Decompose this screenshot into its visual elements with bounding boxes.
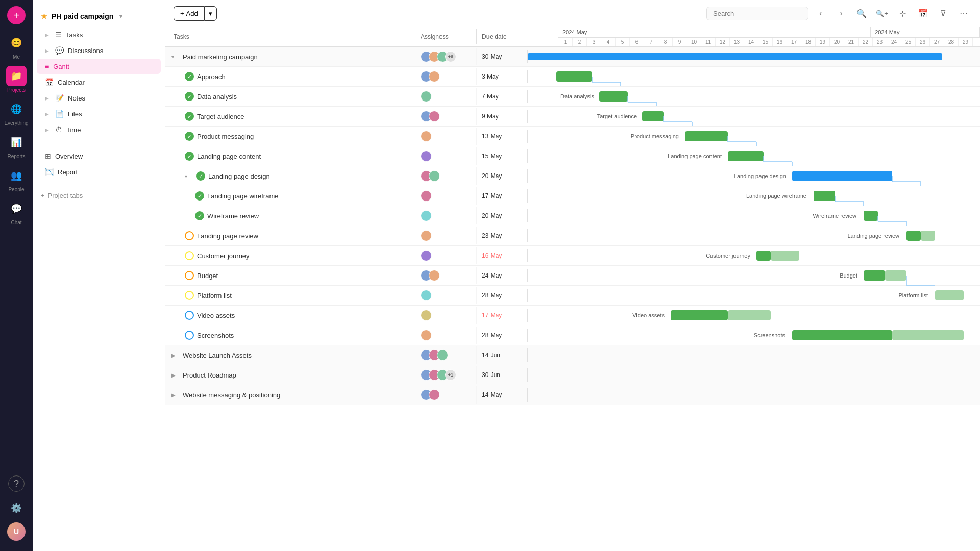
day-17: 17: [787, 38, 801, 46]
fullscreen-button[interactable]: ⊹: [894, 5, 911, 21]
table-row[interactable]: ▶ Website Launch Assets 14 Jun: [165, 345, 980, 365]
task-name: Paid marketing campaign: [183, 53, 258, 61]
assignee-cell: [415, 386, 477, 404]
sidebar-item-tasks[interactable]: ▶ ☰ Tasks: [37, 27, 161, 42]
gantt-body: ▾ Paid marketing campaign +6 30 May: [165, 47, 980, 551]
zoom-out-button[interactable]: 🔍: [853, 5, 870, 21]
col-header-tasks: Tasks: [165, 29, 415, 44]
project-title[interactable]: ★ PH paid campaign ▾: [33, 8, 165, 24]
table-row[interactable]: ▶ Website messaging & positioning 14 May: [165, 385, 980, 405]
task-cell: Screenshots: [165, 328, 415, 343]
sidebar-item-gantt[interactable]: ≡ Gantt: [37, 59, 161, 74]
nav-item-projects[interactable]: 📁 Projects: [4, 64, 29, 95]
add-button[interactable]: + Add: [174, 6, 204, 21]
task-name: Product Roadmap: [183, 371, 236, 379]
table-row[interactable]: Landing page review 23 May Landing page …: [165, 226, 980, 246]
avatar: [421, 91, 432, 102]
assignee-cell: [415, 267, 477, 284]
nav-item-people[interactable]: 👥 People: [4, 163, 29, 194]
sidebar-item-files[interactable]: ▶ 📄 Files: [37, 106, 161, 121]
table-row[interactable]: Customer journey 16 May Customer journey: [165, 246, 980, 266]
nav-prev-button[interactable]: ‹: [813, 5, 829, 21]
project-tabs-label: Project tabs: [48, 192, 83, 199]
nav-item-help[interactable]: ?: [6, 473, 27, 494]
table-row[interactable]: ✓ Landing page wireframe 17 May Landing …: [165, 186, 980, 206]
zoom-in-button[interactable]: 🔍+: [874, 5, 890, 21]
task-name: Video assets: [197, 312, 235, 319]
table-row[interactable]: ▾ Paid marketing campaign +6 30 May: [165, 47, 980, 67]
sidebar-item-report[interactable]: 📉 Report: [37, 164, 161, 180]
gantt-bar: [792, 330, 892, 340]
gantt-label: Landing page wireframe: [746, 193, 806, 199]
nav-next-button[interactable]: ›: [833, 5, 849, 21]
day-13: 13: [730, 38, 744, 46]
sidebar-item-overview[interactable]: ⊞ Overview: [37, 148, 161, 164]
task-name: Website messaging & positioning: [183, 391, 280, 399]
more-options-button[interactable]: ⋯: [955, 5, 972, 21]
avatar-group: [421, 250, 432, 261]
table-row[interactable]: ▶ Product Roadmap +1 30 Jun: [165, 365, 980, 385]
search-input[interactable]: [706, 7, 808, 20]
task-name: Wireframe review: [207, 212, 259, 220]
task-name: Screenshots: [197, 332, 234, 339]
day-15: 15: [758, 38, 773, 46]
assignee-cell: [415, 128, 477, 145]
add-dropdown-button[interactable]: ▾: [204, 6, 217, 21]
table-row[interactable]: ▾ ✓ Landing page design 20 May Landing p…: [165, 166, 980, 186]
table-row[interactable]: ✓ Target audience 9 May Target audience: [165, 107, 980, 127]
table-row[interactable]: Screenshots 28 May Screenshots: [165, 325, 980, 345]
status-icon: ✓: [185, 92, 194, 101]
table-row[interactable]: ✓ Product messaging 13 May Product messa…: [165, 127, 980, 146]
sidebar-item-notes[interactable]: ▶ 📝 Notes: [37, 90, 161, 106]
due-cell: 17 May: [477, 309, 528, 322]
day-8: 8: [658, 38, 673, 46]
assignee-cell: [415, 287, 477, 304]
collapse-button[interactable]: ▶: [172, 392, 180, 398]
collapse-button[interactable]: ▾: [172, 54, 180, 60]
sidebar-item-discussions[interactable]: ▶ 💬 Discussions: [37, 43, 161, 58]
sidebar-label-report: Report: [58, 168, 78, 176]
avatar: [421, 250, 432, 261]
nav-item-everything[interactable]: 🌐 Everything: [2, 97, 30, 128]
col-header-due: Due date: [477, 29, 528, 44]
nav-item-chat[interactable]: 💬 Chat: [4, 196, 29, 228]
table-row[interactable]: Platform list 28 May Platform list: [165, 286, 980, 306]
task-name: Target audience: [197, 113, 244, 120]
day-18: 18: [801, 38, 816, 46]
collapse-button[interactable]: ▶: [172, 353, 180, 358]
collapse-button[interactable]: ▶: [172, 372, 180, 378]
table-row[interactable]: Video assets 17 May Video assets: [165, 306, 980, 325]
table-row[interactable]: ✓ Data analysis 7 May Data analysis: [165, 87, 980, 107]
new-item-button[interactable]: +: [7, 6, 26, 24]
table-row[interactable]: ✓ Wireframe review 20 May Wireframe revi…: [165, 206, 980, 226]
avatar-group: [421, 190, 432, 202]
gantt-bar: [671, 310, 728, 320]
table-row[interactable]: ✓ Approach 3 May: [165, 67, 980, 87]
status-icon: [185, 311, 194, 320]
gantt-label: Wireframe review: [813, 213, 856, 219]
table-row[interactable]: Budget 24 May Budget: [165, 266, 980, 286]
nav-item-reports[interactable]: 📊 Reports: [4, 130, 29, 161]
due-cell: 9 May: [477, 110, 528, 123]
collapse-button[interactable]: ▾: [185, 173, 193, 179]
calendar-button[interactable]: 📅: [915, 5, 931, 21]
timeline-cell: Landing page wireframe: [528, 186, 980, 206]
timeline-cell: [528, 385, 980, 405]
sidebar-item-time[interactable]: ▶ ⏱ Time: [37, 122, 161, 137]
gantt-bar: [864, 211, 878, 221]
sidebar-item-calendar[interactable]: 📅 Calendar: [37, 74, 161, 90]
avatar: [421, 230, 432, 241]
day-2: 2: [573, 38, 587, 46]
nav-item-settings[interactable]: ⚙️: [4, 496, 29, 520]
status-icon: [185, 271, 194, 280]
avatar: [421, 151, 432, 162]
table-row[interactable]: ✓ Landing page content 15 May Landing pa…: [165, 146, 980, 166]
sidebar-label-time: Time: [66, 126, 81, 134]
avatar-group: [421, 330, 432, 341]
filter-button[interactable]: ⊽: [935, 5, 951, 21]
user-avatar[interactable]: U: [7, 522, 26, 541]
nav-item-me[interactable]: 😊 Me: [4, 31, 29, 62]
add-project-tabs-button[interactable]: + Project tabs: [33, 188, 165, 203]
gantt-label: Data analysis: [560, 93, 594, 99]
sidebar-label-files: Files: [68, 110, 82, 118]
